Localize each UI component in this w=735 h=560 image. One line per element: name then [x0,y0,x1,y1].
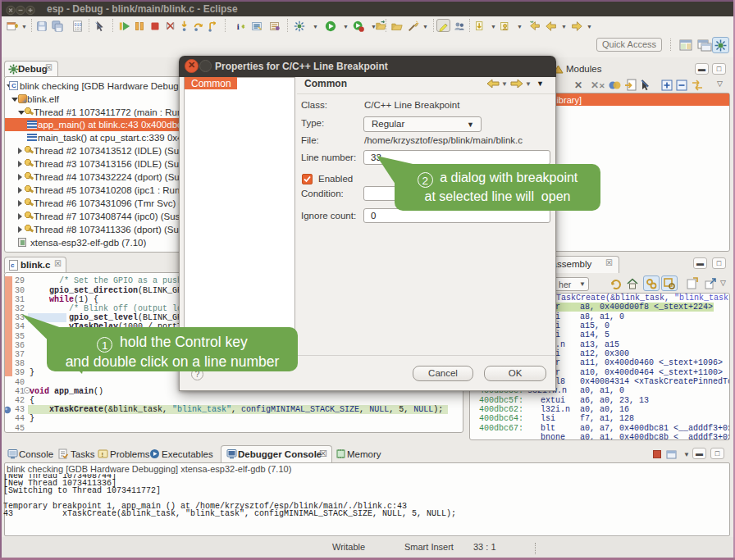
svg-text:!: ! [102,451,104,458]
svg-text:101: 101 [74,27,81,31]
svg-text:i: i [237,21,240,31]
svg-text:c: c [11,262,15,269]
